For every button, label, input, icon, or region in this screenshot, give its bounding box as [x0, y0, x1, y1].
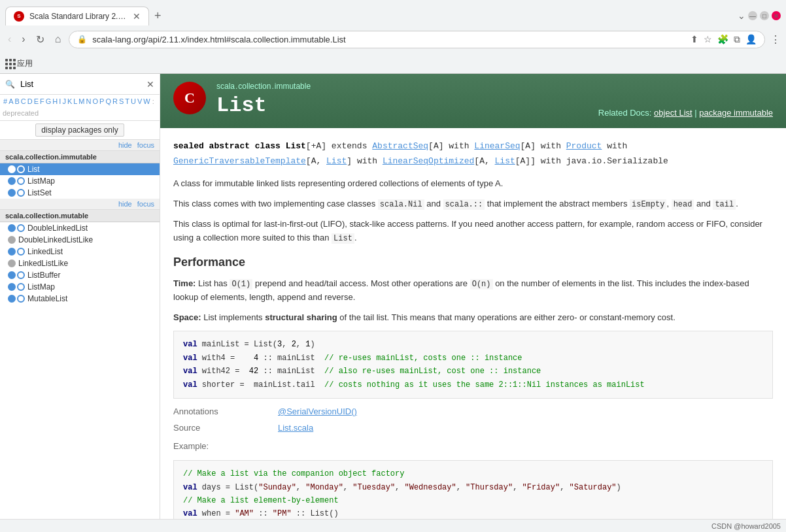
generictraversable-link[interactable]: GenericTraversableTemplate — [173, 156, 306, 166]
alpha-K[interactable]: K — [67, 96, 73, 108]
watermark: CSDN @howard2005 — [711, 522, 781, 530]
alpha-M[interactable]: M — [78, 96, 85, 108]
alpha-V[interactable]: V — [137, 96, 143, 108]
search-input[interactable] — [18, 78, 144, 90]
abstractseq-link[interactable]: AbstractSeq — [372, 141, 428, 151]
alpha-C[interactable]: C — [20, 96, 27, 108]
breadcrumb-sep2: . — [271, 82, 273, 91]
breadcrumb-immutable[interactable]: immutable — [275, 82, 311, 91]
doublelinkedlist-label: DoubleLinkedList — [27, 224, 154, 233]
alpha-N[interactable]: N — [86, 96, 92, 108]
linearseq-link[interactable]: LinearSeq — [474, 141, 520, 151]
alpha-W[interactable]: W — [143, 96, 150, 108]
alpha-R[interactable]: R — [112, 96, 118, 108]
lock-icon: 🔒 — [77, 35, 87, 44]
class-signature: sealed abstract class List[+A] extends A… — [173, 139, 773, 169]
alpha-T[interactable]: T — [124, 96, 130, 108]
scala-logo: C — [173, 82, 206, 114]
object-icon — [8, 283, 16, 291]
url-input[interactable] — [92, 35, 685, 44]
clear-search-icon[interactable]: ✕ — [146, 79, 154, 90]
linkedlistlike-label: LinkedListLike — [18, 259, 154, 268]
reload-button[interactable]: ↻ — [33, 31, 47, 48]
maximize-button[interactable]: □ — [760, 11, 769, 20]
extensions-icon[interactable]: 🧩 — [717, 34, 728, 44]
alpha-L[interactable]: L — [73, 96, 78, 108]
sidebar-item-doublelinkedlist[interactable]: DoubleLinkedList — [0, 222, 160, 234]
share-icon[interactable]: ⬆ — [691, 34, 698, 44]
sidebar-item-list-immutable[interactable]: List — [0, 163, 160, 175]
class-icon — [17, 271, 25, 279]
object-icon — [8, 224, 16, 232]
menu-icon[interactable]: ⋮ — [770, 33, 781, 46]
minimize-button[interactable]: — — [748, 11, 757, 20]
doublelinkedlistlike-icons — [8, 236, 16, 244]
sidebar: 🔍 ✕ # A B C D E F G H I J K L M N O P Q … — [0, 74, 160, 532]
class-icon — [17, 295, 25, 303]
alpha-D[interactable]: D — [27, 96, 33, 108]
linkedlistlike-icons — [8, 259, 16, 267]
address-bar[interactable]: 🔒 ⬆ ☆ 🧩 ⧉ 👤 — [69, 31, 765, 48]
source-label: Source — [173, 422, 278, 435]
bookmark-icon[interactable]: ☆ — [704, 34, 712, 44]
immutable-section-title: scala.collection.immutable — [0, 151, 160, 163]
browser-tab[interactable]: S Scala Standard Library 2.11.1... ✕ — [5, 7, 149, 25]
alpha-O[interactable]: O — [92, 96, 99, 108]
alpha-B[interactable]: B — [14, 96, 20, 108]
alpha-F[interactable]: F — [39, 96, 45, 108]
mutable-focus-link[interactable]: focus — [137, 200, 154, 208]
mutable-hide-link[interactable]: hide — [118, 200, 132, 208]
immutable-hide-link[interactable]: hide — [118, 141, 132, 149]
sidebar-item-linkedlistlike[interactable]: LinkedListLike — [0, 258, 160, 269]
apps-button[interactable]: 应用 — [5, 58, 33, 69]
source-link[interactable]: List.scala — [278, 422, 313, 435]
class-icon — [17, 224, 25, 232]
immutable-focus-link[interactable]: focus — [137, 141, 154, 149]
alpha-G[interactable]: G — [45, 96, 52, 108]
alpha-J[interactable]: J — [61, 96, 67, 108]
mutablelist-icons — [8, 295, 25, 303]
list-item-icons — [8, 165, 25, 173]
back-button[interactable]: ‹ — [5, 31, 14, 48]
performance-space: Space: List implements structural sharin… — [173, 311, 773, 325]
package-immutable-link[interactable]: package immutable — [699, 108, 773, 118]
sidebar-item-linkedlist[interactable]: LinkedList — [0, 246, 160, 258]
sidebar-toggle-icon[interactable]: ⧉ — [734, 34, 740, 45]
forward-button[interactable]: › — [19, 31, 27, 48]
object-icon — [8, 165, 16, 173]
annotations-label: Annotations — [173, 405, 278, 419]
alpha-H[interactable]: H — [52, 96, 58, 108]
alpha-U[interactable]: U — [130, 96, 137, 108]
profile-icon[interactable]: 👤 — [745, 34, 757, 44]
alpha-hash[interactable]: # — [3, 96, 8, 108]
alpha-E[interactable]: E — [33, 96, 39, 108]
alpha-P[interactable]: P — [99, 96, 105, 108]
sidebar-item-doublelinkedlistlike[interactable]: DoubleLinkedListLike — [0, 234, 160, 246]
tab-close-button[interactable]: ✕ — [133, 11, 141, 22]
description-3: This class is optimal for last-in-first-… — [173, 218, 773, 245]
product-link[interactable]: Product — [566, 141, 602, 151]
breadcrumb-scala[interactable]: scala — [216, 82, 235, 91]
linearseqoptimized-link[interactable]: LinearSeqOptimized — [383, 156, 474, 166]
sidebar-item-listset-immutable[interactable]: ListSet — [0, 187, 160, 199]
listmap-item-icons — [8, 177, 25, 185]
chevron-down-icon[interactable]: ⌄ — [738, 10, 745, 21]
object-list-link[interactable]: object List — [654, 108, 692, 118]
alpha-Q[interactable]: Q — [105, 96, 112, 108]
list-link[interactable]: List — [326, 156, 347, 166]
breadcrumb-collection[interactable]: collection — [238, 82, 271, 91]
display-packages-only-button[interactable]: display packages only — [35, 124, 124, 137]
alpha-A[interactable]: A — [8, 96, 14, 108]
close-button[interactable]: ✕ — [772, 11, 781, 20]
listmap-mutable-label: ListMap — [27, 282, 154, 291]
main-layout: 🔍 ✕ # A B C D E F G H I J K L M N O P Q … — [0, 74, 786, 532]
sidebar-item-listbuffer[interactable]: ListBuffer — [0, 269, 160, 281]
sidebar-item-mutablelist[interactable]: MutableList — [0, 293, 160, 305]
sidebar-item-listmap-immutable[interactable]: ListMap — [0, 175, 160, 187]
new-tab-button[interactable]: + — [149, 7, 167, 25]
serial-version-uid-link[interactable]: @SerialVersionUID() — [278, 405, 357, 419]
home-button[interactable]: ⌂ — [52, 31, 64, 48]
sidebar-item-listmap-mutable[interactable]: ListMap — [0, 281, 160, 293]
list-link2[interactable]: List — [495, 156, 515, 166]
alpha-S[interactable]: S — [118, 96, 124, 108]
